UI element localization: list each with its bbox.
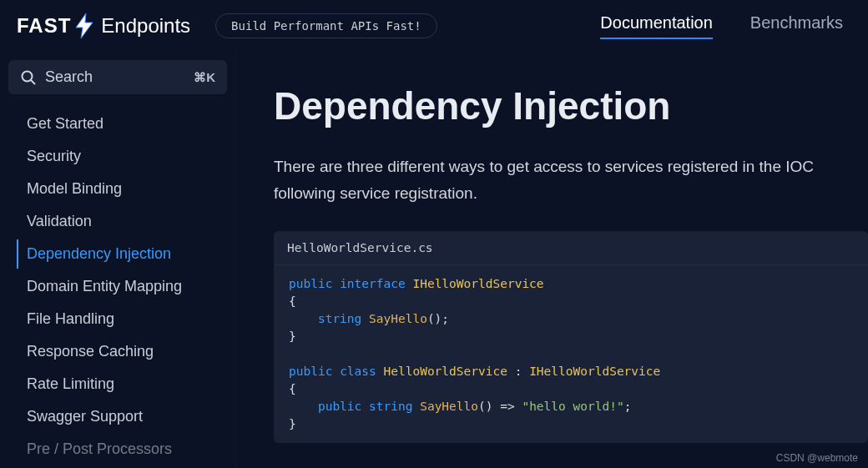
- code-filename: HelloWorldService.cs: [274, 231, 868, 265]
- class-name: HelloWorldService: [384, 365, 507, 378]
- svg-line-2: [31, 80, 35, 84]
- brace-close: }: [289, 330, 296, 343]
- code-body: public interface IHelloWorldService { st…: [274, 265, 868, 443]
- logo-icon: [74, 13, 96, 39]
- semi: ;: [624, 400, 632, 413]
- keyword-string: string: [318, 312, 361, 325]
- sidebar-item-swagger-support[interactable]: Swagger Support: [17, 402, 227, 431]
- search-icon: [20, 69, 37, 86]
- paren: (): [478, 400, 492, 413]
- sidebar-item-response-caching[interactable]: Response Caching: [17, 337, 227, 366]
- logo-fast-text: FAST: [17, 14, 71, 38]
- brace-open: {: [289, 294, 296, 308]
- sidebar-item-validation[interactable]: Validation: [17, 207, 227, 236]
- method-name: SayHello: [420, 400, 478, 413]
- header: FAST Endpoints Build Performant APIs Fas…: [0, 0, 868, 52]
- svg-marker-0: [76, 13, 93, 38]
- sidebar-item-get-started[interactable]: Get Started: [17, 109, 227, 138]
- interface-name: IHelloWorldService: [412, 277, 543, 290]
- sidebar: Search ⌘K Get Started Security Model Bin…: [0, 52, 236, 468]
- nav-documentation[interactable]: Documentation: [600, 13, 713, 39]
- string-literal: "hello world!": [522, 400, 623, 413]
- page-title: Dependency Injection: [274, 83, 868, 128]
- sidebar-item-dependency-injection[interactable]: Dependency Injection: [17, 239, 227, 269]
- tagline-badge: Build Performant APIs Fast!: [215, 13, 437, 38]
- interface-name: IHelloWorldService: [529, 365, 660, 378]
- arrow: =>: [492, 400, 522, 413]
- watermark: CSDN @webmote: [776, 452, 858, 464]
- keyword-public: public: [318, 400, 361, 413]
- sidebar-item-model-binding[interactable]: Model Binding: [17, 174, 227, 204]
- sidebar-item-pre-post-processors[interactable]: Pre / Post Processors: [17, 435, 227, 464]
- keyword-public: public: [289, 365, 332, 378]
- search-button[interactable]: Search ⌘K: [8, 60, 227, 94]
- search-placeholder: Search: [45, 68, 185, 86]
- code-block: HelloWorldService.cs public interface IH…: [274, 231, 868, 443]
- sidebar-item-rate-limiting[interactable]: Rate Limiting: [17, 370, 227, 399]
- keyword-string: string: [369, 400, 412, 413]
- method-name: SayHello: [369, 312, 427, 325]
- top-nav: Documentation Benchmarks: [600, 13, 851, 39]
- sidebar-item-domain-entity-mapping[interactable]: Domain Entity Mapping: [17, 272, 227, 301]
- brace-close: }: [289, 417, 296, 430]
- semi: ;: [442, 312, 449, 325]
- logo[interactable]: FAST Endpoints: [17, 13, 190, 39]
- svg-point-1: [23, 71, 33, 81]
- main-area: Search ⌘K Get Started Security Model Bin…: [0, 52, 868, 468]
- sidebar-item-security[interactable]: Security: [17, 142, 227, 171]
- keyword-class: class: [340, 365, 376, 378]
- keyword-interface: interface: [340, 277, 406, 290]
- sidebar-nav: Get Started Security Model Binding Valid…: [8, 109, 227, 464]
- logo-endpoints-text: Endpoints: [101, 14, 190, 38]
- paren: (): [427, 312, 442, 325]
- colon: :: [507, 365, 529, 378]
- content: Dependency Injection There are three dif…: [236, 52, 868, 468]
- search-shortcut: ⌘K: [194, 70, 215, 85]
- keyword-public: public: [289, 277, 332, 290]
- nav-benchmarks[interactable]: Benchmarks: [750, 13, 843, 39]
- brace-open: {: [289, 382, 296, 395]
- page-description: There are three different ways to get ac…: [274, 153, 868, 208]
- sidebar-item-file-handling[interactable]: File Handling: [17, 304, 227, 334]
